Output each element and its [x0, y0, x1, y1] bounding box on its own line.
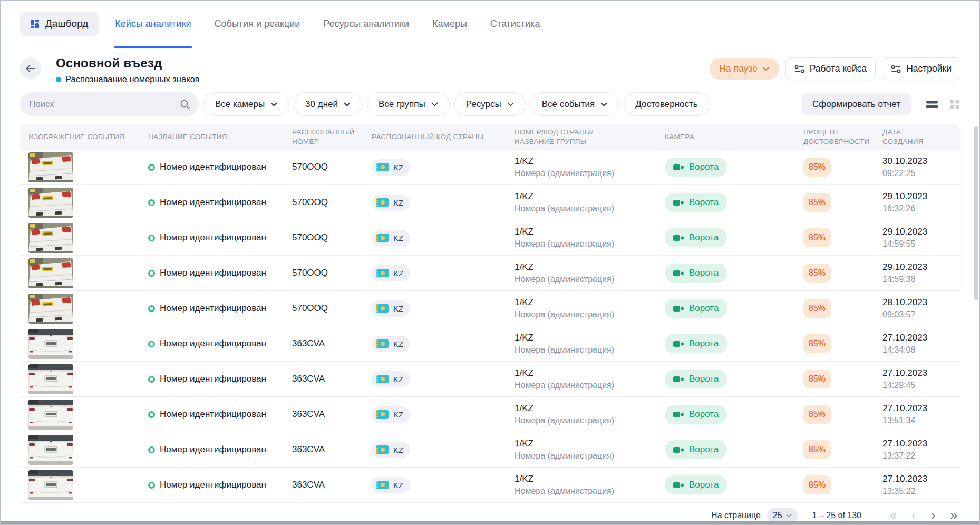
camera-badge[interactable]: Ворота [665, 475, 727, 494]
group-name: Номера (администрация) [515, 450, 665, 462]
camera-badge[interactable]: Ворота [665, 264, 727, 283]
table-row[interactable]: Номер идентифицирован 570OOQ KZ 1/KZ Ном… [20, 150, 960, 185]
prev-page-button[interactable] [910, 512, 917, 520]
back-button[interactable] [20, 57, 41, 79]
creation-date: 28.10.2023 [882, 297, 960, 308]
next-page-button[interactable] [930, 512, 937, 520]
camera-badge[interactable]: Ворота [665, 228, 727, 247]
country-code: KZ [393, 481, 403, 490]
number-group-cell: 1/KZ Номера (администрация) [515, 332, 665, 356]
event-thumbnail[interactable] [28, 364, 73, 394]
filter-dropdown-5[interactable]: Достоверность [624, 92, 709, 116]
creation-date: 27.10.2023 [882, 403, 960, 414]
creation-date: 29.10.2023 [882, 191, 960, 202]
event-name-cell: Номер идентифицирован [148, 409, 292, 420]
nav-tab-3[interactable]: Камеры [432, 1, 467, 47]
filter-dropdown-4[interactable]: Все события [530, 92, 619, 116]
table-row[interactable]: Номер идентифицирован 570OOQ KZ 1/KZ Ном… [20, 185, 960, 220]
event-thumbnail[interactable] [28, 435, 73, 465]
grid-view-button[interactable] [949, 99, 960, 110]
nav-tab-0[interactable]: Кейсы аналитики [115, 1, 191, 47]
country-cell: KZ [372, 230, 515, 246]
case-type-dot-icon [56, 77, 61, 82]
table-row[interactable]: Номер идентифицирован 363CVA KZ 1/KZ Ном… [20, 326, 960, 362]
nav-tab-1[interactable]: События и реакции [215, 1, 300, 47]
table-row[interactable]: Номер идентифицирован 363CVA KZ 1/KZ Ном… [20, 362, 960, 397]
filter-dropdown-1[interactable]: 30 дней [294, 92, 362, 116]
creation-time: 13:35:22 [882, 485, 960, 497]
event-thumbnail[interactable] [28, 258, 73, 288]
filter-dropdown-0[interactable]: Все камеры [203, 92, 289, 116]
creation-date: 27.10.2023 [882, 332, 960, 344]
vertical-scrollbar[interactable] [974, 126, 978, 300]
number-country-code: 1/KZ [515, 261, 665, 273]
arrow-left-icon [25, 64, 36, 73]
table-row[interactable]: Номер идентифицирован 363CVA KZ 1/KZ Ном… [20, 432, 960, 468]
search-icon [180, 99, 190, 110]
camera-badge[interactable]: Ворота [665, 299, 727, 318]
recognized-plate: 570OOQ [292, 303, 372, 314]
kz-flag-icon [376, 269, 389, 277]
case-work-button[interactable]: Работа кейса [785, 57, 876, 80]
per-page-label: На странице [711, 511, 761, 520]
confidence-cell: 85% [803, 228, 882, 247]
camera-badge[interactable]: Ворота [665, 158, 727, 177]
table-row[interactable]: Номер идентифицирован 570OOQ KZ 1/KZ Ном… [20, 291, 960, 326]
country-cell: KZ [372, 159, 515, 176]
car-photo-white-sedan [28, 400, 73, 430]
generate-report-button[interactable]: Сформировать отчет [802, 93, 911, 115]
filter-label: 30 дней [305, 99, 338, 110]
first-page-button[interactable] [889, 512, 898, 520]
nav-tab-4[interactable]: Статистика [490, 1, 540, 47]
country-badge: KZ [372, 371, 410, 387]
case-type-subtitle: Распознавание номерных знаков [56, 74, 200, 84]
group-name: Номера (администрация) [515, 414, 665, 426]
event-thumbnail[interactable] [28, 294, 73, 324]
confidence-cell: 85% [803, 334, 882, 353]
confidence-badge: 85% [803, 475, 831, 494]
event-name: Номер идентифицирован [160, 268, 266, 278]
camera-badge[interactable]: Ворота [665, 193, 727, 212]
table-row[interactable]: Номер идентифицирован 570OOQ KZ 1/KZ Ном… [20, 256, 960, 291]
event-thumbnail[interactable] [28, 400, 73, 430]
creation-time: 16:32:26 [882, 202, 960, 215]
settings-button[interactable]: Настройки [882, 57, 960, 80]
event-name-cell: Номер идентифицирован [148, 303, 292, 314]
event-thumbnail[interactable] [28, 329, 73, 359]
event-thumbnail[interactable] [28, 470, 73, 500]
event-name: Номер идентифицирован [160, 303, 266, 314]
table-row[interactable]: Номер идентифицирован 570OOQ KZ 1/KZ Ном… [20, 220, 960, 256]
nav-tab-2[interactable]: Ресурсы аналитики [323, 1, 409, 47]
number-group-cell: 1/KZ Номера (администрация) [515, 403, 665, 426]
list-view-button[interactable] [925, 99, 939, 110]
country-code: KZ [393, 304, 403, 313]
dashboard-button[interactable]: Дашборд [20, 12, 99, 36]
recognized-plate: 363CVA [292, 374, 372, 384]
case-status-label: На паузе [719, 63, 758, 74]
number-country-code: 1/KZ [515, 367, 665, 379]
camera-badge[interactable]: Ворота [665, 440, 727, 459]
last-page-button[interactable] [949, 512, 958, 520]
filter-dropdown-2[interactable]: Все группы [367, 92, 450, 116]
camera-badge[interactable]: Ворота [665, 405, 727, 424]
event-name-cell: Номер идентифицирован [148, 444, 292, 455]
search-input[interactable] [29, 99, 180, 110]
table-row[interactable]: Номер идентифицирован 363CVA KZ 1/KZ Ном… [20, 468, 960, 503]
event-thumbnail[interactable] [28, 152, 73, 182]
event-thumbnail[interactable] [28, 223, 73, 253]
table-row[interactable]: Номер идентифицирован 363CVA KZ 1/KZ Ном… [20, 397, 960, 432]
case-status-dropdown[interactable]: На паузе [710, 58, 779, 80]
filter-dropdown-3[interactable]: Ресурсы [454, 92, 526, 116]
recognized-plate: 363CVA [292, 409, 372, 420]
event-thumbnail[interactable] [28, 188, 73, 218]
kz-flag-icon [376, 198, 389, 207]
camera-cell: Ворота [665, 334, 803, 353]
column-header-1: НАЗВАНИЕ СОБЫТИЯ [148, 132, 292, 142]
car-photo-white-sedan [28, 364, 73, 394]
confidence-cell: 85% [803, 193, 882, 212]
camera-badge[interactable]: Ворота [665, 334, 727, 353]
camera-name: Ворота [689, 480, 719, 490]
camera-badge[interactable]: Ворота [665, 370, 727, 388]
event-status-ring-icon [148, 446, 155, 453]
number-group-cell: 1/KZ Номера (администрация) [515, 155, 665, 179]
